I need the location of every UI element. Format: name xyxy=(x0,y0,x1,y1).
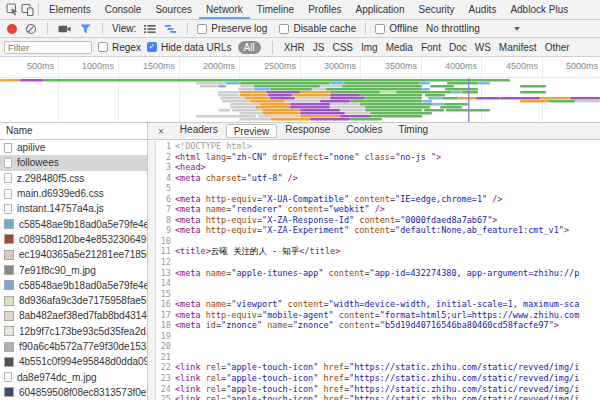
type-filter-ws[interactable]: WS xyxy=(475,42,491,53)
request-row[interactable]: instant.14757a4a.js xyxy=(0,201,147,216)
request-row[interactable]: 12b9f7c173be93c5d35fea2d... xyxy=(0,324,147,339)
record-button[interactable] xyxy=(7,24,17,34)
gutter xyxy=(148,162,156,173)
checkbox-preserve-log[interactable]: Preserve log xyxy=(197,23,267,34)
code-text: <meta http-equiv="mobile-agent" content=… xyxy=(175,310,600,321)
tab-security[interactable]: Security xyxy=(411,0,461,19)
gutter xyxy=(148,362,156,373)
close-detail-icon[interactable]: × xyxy=(150,126,172,137)
code-line: 18<meta id="znonce" name="znonce" conten… xyxy=(148,320,600,331)
code-text: <meta charset="utf-8" /> xyxy=(175,173,600,184)
line-number: 3 xyxy=(156,162,175,173)
detail-tab-preview[interactable]: Preview xyxy=(226,124,278,138)
request-row[interactable]: c58548ae9b18ad0a5e79fe4e... xyxy=(0,216,147,231)
image-file-icon xyxy=(4,250,14,260)
request-row[interactable]: f90a6c4b572a77e9f30de153... xyxy=(0,339,147,354)
line-number: 14 xyxy=(156,278,175,289)
device-toolbar-icon[interactable] xyxy=(20,2,35,17)
show-overview-icon[interactable] xyxy=(163,21,178,36)
unchecked-checkbox-icon[interactable] xyxy=(98,42,108,52)
request-name: c58548ae9b18ad0a5e79fe4e... xyxy=(19,280,147,291)
network-overview[interactable]: 500ms1000ms1500ms2000ms2500ms3000ms3500m… xyxy=(0,57,600,123)
gutter xyxy=(148,373,156,384)
type-filter-css[interactable]: CSS xyxy=(332,42,353,53)
type-filter-img[interactable]: Img xyxy=(361,42,378,53)
code-line: 2<html lang="zh-CN" dropEffect="none" cl… xyxy=(148,152,600,163)
throttling-select[interactable]: No throttling xyxy=(426,23,520,34)
code-line: 20 xyxy=(148,341,600,352)
type-filter-js[interactable]: JS xyxy=(313,42,325,53)
name-column-header[interactable]: Name xyxy=(0,123,147,140)
toolbar-divider xyxy=(38,3,39,16)
unchecked-checkbox-icon[interactable] xyxy=(375,24,385,34)
request-row[interactable]: apilive xyxy=(0,140,147,155)
request-row[interactable]: followees xyxy=(0,155,147,170)
request-row[interactable]: c58548ae9b18ad0a5e79fe4e... xyxy=(0,278,147,293)
code-line: 14 xyxy=(148,278,600,289)
request-row[interactable]: 7e91f8c90_m.jpg xyxy=(0,262,147,277)
type-filter-doc[interactable]: Doc xyxy=(449,42,467,53)
ruler-tick-label: 4500ms xyxy=(482,61,538,71)
request-name: 8ab482aef38ed7fab8bd4314... xyxy=(19,310,147,321)
tab-application[interactable]: Application xyxy=(349,0,412,19)
type-filter-media[interactable]: Media xyxy=(386,42,413,53)
type-filter-manifest[interactable]: Manifest xyxy=(499,42,537,53)
detail-tab-response[interactable]: Response xyxy=(277,124,338,138)
request-row[interactable]: 8d936afa9c3de7175958fae5... xyxy=(0,293,147,308)
tab-adblock-plus[interactable]: Adblock Plus xyxy=(503,0,575,19)
detail-tab-headers[interactable]: Headers xyxy=(172,124,226,138)
filter-input[interactable] xyxy=(4,41,92,54)
network-toolbar: View: Preserve logDisable cache Offline … xyxy=(0,20,600,38)
image-file-icon xyxy=(4,311,14,321)
line-number: 4 xyxy=(156,173,175,184)
type-filter-font[interactable]: Font xyxy=(421,42,441,53)
request-name: main.d6939ed6.css xyxy=(17,188,104,199)
gutter xyxy=(148,236,156,247)
type-filter-all[interactable]: All xyxy=(238,41,261,54)
checkbox-disable-cache[interactable]: Disable cache xyxy=(279,23,356,34)
source-viewer[interactable]: 1<!DOCTYPE html>2<html lang="zh-CN" drop… xyxy=(148,140,600,400)
checkbox-regex[interactable]: Regex xyxy=(98,42,141,53)
request-row[interactable]: 4b551c0f994e95848d0dda09... xyxy=(0,354,147,369)
line-number: 20 xyxy=(156,341,175,352)
type-filter-xhr[interactable]: XHR xyxy=(284,42,305,53)
large-rows-view-icon[interactable] xyxy=(142,21,157,36)
ruler-tick-label: 1000ms xyxy=(58,61,114,71)
detail-tab-timing[interactable]: Timing xyxy=(390,124,436,138)
unchecked-checkbox-icon[interactable] xyxy=(279,24,289,34)
gutter xyxy=(148,183,156,194)
filter-icon[interactable] xyxy=(78,21,93,36)
request-row[interactable]: 8ab482aef38ed7fab8bd4314... xyxy=(0,308,147,323)
image-file-icon xyxy=(4,280,14,290)
tab-elements[interactable]: Elements xyxy=(42,0,98,19)
tab-console[interactable]: Console xyxy=(98,0,149,19)
tab-timeline[interactable]: Timeline xyxy=(250,0,301,19)
checkbox-offline[interactable]: Offline xyxy=(375,23,418,34)
checkbox-hide-data-urls[interactable]: ✓Hide data URLs xyxy=(147,42,232,53)
request-row[interactable]: 604859508f08ec8313573f0e7... xyxy=(0,385,147,400)
code-line: 7<meta name="renderer" content="webkit" … xyxy=(148,204,600,215)
tab-sources[interactable]: Sources xyxy=(148,0,199,19)
request-row[interactable]: da8e974dc_m.jpg xyxy=(0,369,147,384)
request-rows: apilivefolloweesz.298480f5.cssmain.d6939… xyxy=(0,140,147,400)
code-text: <html lang="zh-CN" dropEffect="none" cla… xyxy=(175,152,600,163)
gutter xyxy=(148,310,156,321)
capture-screenshots-icon[interactable] xyxy=(57,21,72,36)
checked-checkbox-icon[interactable]: ✓ xyxy=(147,42,157,52)
tab-network[interactable]: Network xyxy=(199,0,250,19)
detail-tab-cookies[interactable]: Cookies xyxy=(338,124,390,138)
clear-icon[interactable] xyxy=(23,21,38,36)
inspect-element-icon[interactable] xyxy=(5,2,20,17)
request-row[interactable]: main.d6939ed6.css xyxy=(0,186,147,201)
type-filter-other[interactable]: Other xyxy=(545,42,570,53)
gutter xyxy=(148,194,156,205)
tab-audits[interactable]: Audits xyxy=(462,0,504,19)
tab-profiles[interactable]: Profiles xyxy=(301,0,348,19)
request-row[interactable]: ec1940365a5e21281ee71856... xyxy=(0,247,147,262)
request-row[interactable]: z.298480f5.css xyxy=(0,171,147,186)
line-number: 2 xyxy=(156,152,175,163)
request-row[interactable]: c08958d120be4e853230649... xyxy=(0,232,147,247)
gutter xyxy=(148,204,156,215)
code-text: <meta http-equiv="X-ZA-Experiment" conte… xyxy=(175,225,600,236)
unchecked-checkbox-icon[interactable] xyxy=(197,24,207,34)
